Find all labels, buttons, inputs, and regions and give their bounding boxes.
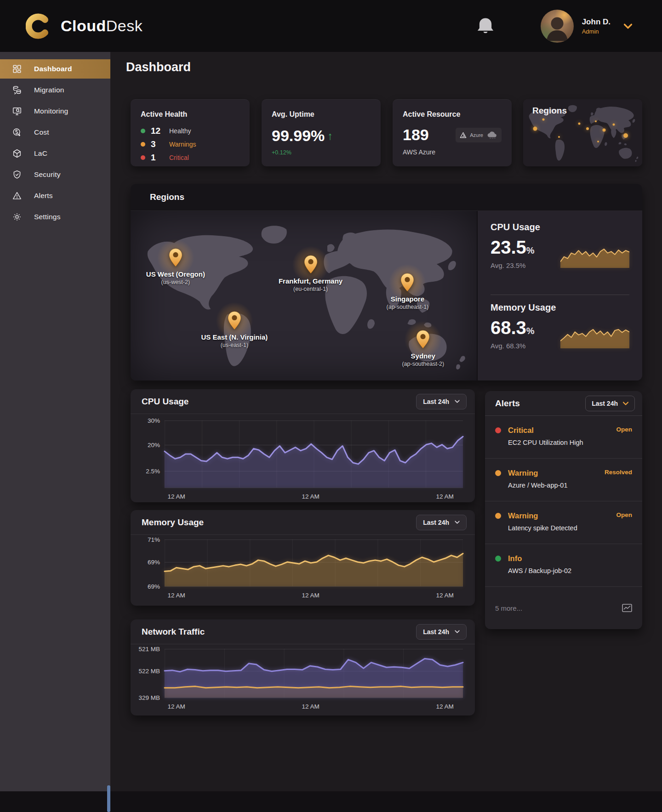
uptime-up-arrow-icon: ↑: [327, 130, 333, 142]
location-pin-icon: [399, 273, 415, 292]
alert-severity: Critical: [508, 426, 534, 435]
cpu-x-label: 12 AM: [436, 493, 454, 500]
uptime-delta: +0.12%: [272, 149, 371, 156]
memory-panel-header: Memory Usage Last 24h: [131, 510, 475, 535]
location-pin-icon: [227, 311, 242, 330]
memory-y-label: 71%: [138, 536, 160, 543]
map-pin-frankfurt[interactable]: Frankfurt, Germany (eu-central-1): [267, 255, 354, 292]
healthy-label: Healthy: [169, 127, 191, 135]
avatar-silhouette: [541, 10, 574, 43]
memory-line-series: [165, 539, 463, 586]
network-panel-header: Network Traffic Last 24h: [131, 619, 475, 644]
map-pin-sydney[interactable]: Sydney (ap-southeast-2): [379, 329, 467, 367]
resource-subtitle: AWS Azure: [403, 148, 502, 156]
regions-panel-title: Regions: [150, 192, 184, 202]
alert-severity-dot: [495, 513, 501, 519]
uptime-value: 99.99%: [272, 127, 325, 145]
alerts-header: Alerts Last 24h: [485, 391, 642, 416]
map-pin-singapore[interactable]: Singapore (ap-southeast-1): [364, 273, 451, 310]
resource-row: 189 Azure: [403, 126, 502, 144]
regions-panel: Regions US West (Oregon) (us-west-2) US …: [131, 184, 642, 380]
memory-range-label: Last 24h: [423, 519, 449, 526]
avg-uptime-card: Avg. Uptime 99.99% ↑ +0.12%: [262, 99, 381, 166]
sidebar-item-label: Security: [34, 170, 61, 179]
network-x-label: 12 AM: [302, 703, 320, 710]
migration-database-icon: [12, 85, 22, 95]
chevron-down-icon: [455, 521, 460, 524]
sidebar-item-label: Cost: [34, 128, 49, 136]
regions-panel-header: Regions: [131, 184, 642, 211]
critical-count: 1: [151, 153, 164, 163]
cpu-x-label: 12 AM: [302, 493, 320, 500]
memory-y-label: 69%: [138, 558, 160, 565]
cpu-chart-plot: 30% 20% 2.5% 12 AM 12 AM 12 AM: [165, 420, 463, 488]
alert-severity-dot: [495, 470, 501, 476]
map-pin-us-west[interactable]: US West (Oregon) (us-west-2): [132, 248, 219, 285]
alert-item-warning-2[interactable]: Warning Open Latency spike Detected: [485, 501, 642, 544]
active-resource-card: Active Resource 189 Azure AWS Azure: [393, 99, 512, 166]
sidebar-item-dashboard[interactable]: Dashboard: [0, 59, 110, 79]
alerts-range-label: Last 24h: [592, 400, 618, 407]
page-title: Dashboard: [126, 60, 191, 74]
cpu-x-label: 12 AM: [167, 493, 185, 500]
sidebar-item-label: LaC: [34, 149, 47, 158]
regions-card-title: Regions: [532, 106, 567, 116]
alert-item-info[interactable]: Info AWS / Backup-job-02: [485, 544, 642, 587]
sidebar-item-label: Alerts: [34, 192, 53, 200]
sidebar-item-monitoring[interactable]: Monitoring: [0, 101, 110, 122]
network-x-label: 12 AM: [167, 703, 185, 710]
avatar[interactable]: [541, 10, 574, 43]
alerts-range-dropdown[interactable]: Last 24h: [585, 396, 635, 411]
main-content: Dashboard Active Health 12 Healthy 3 War…: [110, 52, 662, 791]
network-y-label: 329 MB: [138, 694, 160, 701]
user-name: John D.: [582, 17, 611, 27]
pin-region-name: Sydney: [411, 352, 435, 360]
world-map: US West (Oregon) (us-west-2) US East (N.…: [131, 211, 477, 380]
sidebar-item-migration[interactable]: Migration: [0, 79, 110, 101]
sidebar-item-label: Settings: [34, 213, 61, 221]
regions-mini-card[interactable]: Regions: [523, 99, 642, 166]
sidebar-item-settings[interactable]: Settings: [0, 206, 110, 227]
cpu-y-label: 2.5%: [138, 467, 160, 474]
aws-cloud-icon: [486, 131, 497, 139]
user-menu-chevron-icon[interactable]: [623, 23, 633, 29]
network-panel-title: Network Traffic: [142, 627, 205, 637]
region-cpu-title: CPU Usage: [491, 222, 629, 233]
notifications-bell-icon[interactable]: [476, 16, 495, 36]
region-stats-column: CPU Usage 23.5% Avg. 23.5% Memory Usage …: [478, 211, 642, 380]
alert-severity: Warning: [508, 469, 538, 477]
sidebar-item-lac[interactable]: LaC: [0, 143, 110, 164]
network-y-label: 521 MB: [138, 646, 160, 653]
alerts-footer: 5 more...: [485, 587, 642, 629]
region-memory-unit: %: [526, 326, 535, 336]
sidebar-item-alerts[interactable]: Alerts: [0, 185, 110, 206]
pin-region-code: (us-east-1): [221, 342, 248, 348]
alerts-more-link[interactable]: 5 more...: [495, 604, 522, 612]
regions-mini-map: Regions: [523, 99, 642, 166]
logo-text: CloudDesk: [61, 17, 143, 35]
alert-item-critical[interactable]: Critical Open EC2 CPU Utilization High: [485, 416, 642, 459]
sidebar-item-security[interactable]: Security: [0, 164, 110, 185]
memory-y-label: 69%: [138, 583, 160, 590]
bottom-strip: [0, 791, 662, 812]
sidebar-item-cost[interactable]: Cost: [0, 122, 110, 143]
alerts-chart-icon[interactable]: [622, 604, 632, 612]
alert-severity-dot: [495, 427, 501, 433]
lac-cube-icon: [12, 148, 22, 159]
settings-gear-icon: [12, 212, 22, 222]
cpu-range-dropdown[interactable]: Last 24h: [416, 394, 467, 409]
alert-status: Open: [616, 426, 632, 433]
card-title: Active Health: [141, 110, 240, 119]
alert-item-warning-1[interactable]: Warning Resolved Azure / Web-app-01: [485, 459, 642, 501]
network-range-dropdown[interactable]: Last 24h: [416, 624, 467, 640]
map-pin-us-east[interactable]: US East (N. Virginia) (us-east-1): [191, 311, 278, 348]
health-row-warnings: 3 Warnings: [141, 139, 240, 149]
network-range-label: Last 24h: [423, 628, 449, 636]
region-memory-sparkline: [560, 324, 629, 348]
sidebar-scrollbar-thumb[interactable]: [107, 785, 110, 812]
cpu-usage-panel: CPU Usage Last 24h 30% 20% 2.5% 12 AM 12…: [131, 389, 475, 502]
cpu-panel-title: CPU Usage: [142, 397, 188, 407]
app-logo[interactable]: CloudDesk: [26, 13, 143, 40]
memory-range-dropdown[interactable]: Last 24h: [416, 515, 467, 530]
network-y-label: 522 MB: [138, 667, 160, 674]
